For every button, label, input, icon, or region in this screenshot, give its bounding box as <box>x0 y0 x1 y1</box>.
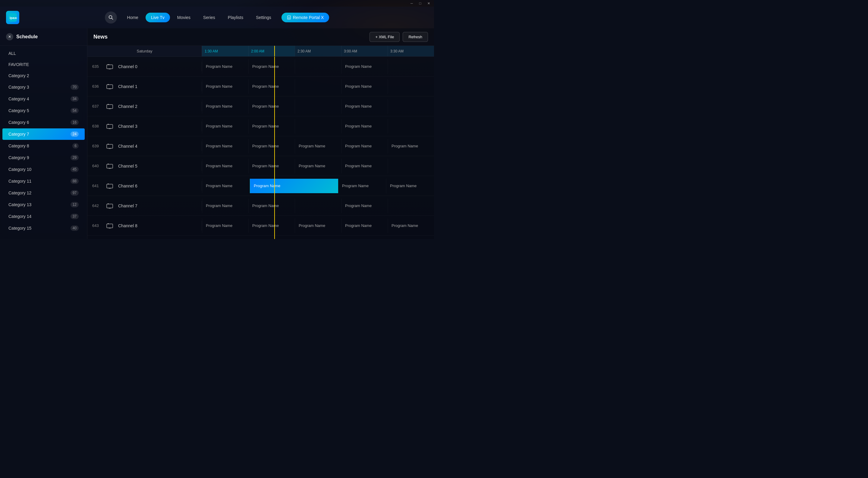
sidebar-item-category-9[interactable]: Category 9 29 <box>2 152 85 163</box>
program-639-1[interactable]: Program Name <box>248 139 295 153</box>
channel-name-636: Channel 1 <box>118 84 137 89</box>
programs-row-639: Program Name Program Name Program Name P… <box>202 136 434 156</box>
search-button[interactable] <box>105 11 117 24</box>
sidebar-item-category-6[interactable]: Category 6 16 <box>2 117 85 128</box>
refresh-button[interactable]: Refresh <box>403 32 428 42</box>
program-639-2[interactable]: Program Name <box>295 139 341 153</box>
program-637-3[interactable]: Program Name <box>341 99 388 114</box>
sidebar-item-favorite[interactable]: FAVORITE <box>2 59 85 70</box>
nav-playlists[interactable]: Playlists <box>222 13 249 22</box>
program-637-1[interactable]: Program Name <box>248 99 295 114</box>
programs-row-642: Program Name Program Name Program Name <box>202 196 434 216</box>
close-button[interactable]: ✕ <box>424 0 433 7</box>
svg-rect-41 <box>107 224 113 228</box>
program-641-0[interactable]: Program Name <box>202 179 250 193</box>
program-642-2[interactable] <box>295 199 341 213</box>
program-638-2[interactable] <box>295 119 341 133</box>
sidebar-category-15-count: 40 <box>70 225 79 231</box>
channel-number-637: 637 <box>92 104 101 108</box>
program-638-0[interactable]: Program Name <box>202 119 248 133</box>
nav-settings[interactable]: Settings <box>250 13 277 22</box>
maximize-button[interactable]: □ <box>416 0 424 7</box>
nav-series[interactable]: Series <box>198 13 221 22</box>
program-638-3[interactable]: Program Name <box>341 119 388 133</box>
program-640-1[interactable]: Program Name <box>248 159 295 173</box>
program-640-0[interactable]: Program Name <box>202 159 248 173</box>
svg-rect-36 <box>107 184 109 185</box>
channel-number-643: 643 <box>92 223 101 228</box>
channel-number-638: 638 <box>92 124 101 128</box>
program-640-4[interactable] <box>388 159 434 173</box>
program-641-1[interactable]: Program Name <box>250 179 338 193</box>
sidebar-item-category-8[interactable]: Category 8 6 <box>2 140 85 152</box>
nav-movies[interactable]: Movies <box>172 13 196 22</box>
svg-text:ipaxo: ipaxo <box>10 16 17 20</box>
tv-icon-640 <box>105 161 115 171</box>
program-639-4[interactable]: Program Name <box>388 139 434 153</box>
sidebar-category-6-count: 16 <box>70 120 79 125</box>
sidebar-item-category-4[interactable]: Category 4 34 <box>2 93 85 104</box>
sidebar-category-15-label: Category 15 <box>8 226 31 230</box>
program-643-3[interactable]: Program Name <box>341 219 388 233</box>
xml-file-button[interactable]: + XML File <box>370 32 400 42</box>
program-636-1[interactable]: Program Name <box>248 79 295 94</box>
program-636-4[interactable] <box>388 79 434 94</box>
sidebar-item-category-12[interactable]: Category 12 97 <box>2 187 85 199</box>
program-640-2[interactable]: Program Name <box>295 159 341 173</box>
program-641-3[interactable]: Program Name <box>386 179 434 193</box>
channel-name-635: Channel 0 <box>118 64 137 69</box>
tv-icon-636 <box>105 82 115 91</box>
program-636-3[interactable]: Program Name <box>341 79 388 94</box>
sidebar-item-category-11[interactable]: Category 11 88 <box>2 176 85 187</box>
sidebar-item-category-7[interactable]: Category 7 24 <box>2 128 85 140</box>
program-637-2[interactable] <box>295 99 341 114</box>
channel-number-635: 635 <box>92 64 101 69</box>
nav-home[interactable]: Home <box>122 13 144 22</box>
program-635-2[interactable] <box>295 59 341 74</box>
program-637-4[interactable] <box>388 99 434 114</box>
sidebar-item-category-14[interactable]: Category 14 37 <box>2 211 85 222</box>
program-639-0[interactable]: Program Name <box>202 139 248 153</box>
program-641-2[interactable]: Program Name <box>338 179 386 193</box>
program-635-3[interactable]: Program Name <box>341 59 388 74</box>
program-636-0[interactable]: Program Name <box>202 79 248 94</box>
svg-point-5 <box>289 17 289 17</box>
program-636-2[interactable] <box>295 79 341 94</box>
sidebar-item-category-15[interactable]: Category 15 40 <box>2 222 85 234</box>
svg-rect-32 <box>107 164 109 165</box>
program-635-1[interactable]: Program Name <box>248 59 295 74</box>
sidebar-item-category-10[interactable]: Category 10 45 <box>2 164 85 175</box>
remote-portal-button[interactable]: Remote Portal X <box>281 13 330 22</box>
program-643-1[interactable]: Program Name <box>248 219 295 233</box>
program-638-1[interactable]: Program Name <box>248 119 295 133</box>
channel-info-635: 635 Channel 0 <box>87 62 202 71</box>
sidebar-item-category-13[interactable]: Category 13 12 <box>2 199 85 211</box>
nav-live-tv[interactable]: Live Tv <box>146 13 170 22</box>
program-638-4[interactable] <box>388 119 434 133</box>
sidebar-item-category-3[interactable]: Category 3 70 <box>2 82 85 93</box>
program-643-4[interactable]: Program Name <box>388 219 434 233</box>
svg-rect-33 <box>107 184 113 188</box>
close-schedule-button[interactable]: ✕ <box>6 33 13 40</box>
program-642-0[interactable]: Program Name <box>202 199 248 213</box>
svg-rect-28 <box>107 144 109 145</box>
channel-info-636: 636 Channel 1 <box>87 82 202 91</box>
sidebar-item-category-2[interactable]: Category 2 <box>2 70 85 81</box>
program-643-2[interactable]: Program Name <box>295 219 341 233</box>
minimize-button[interactable]: ─ <box>407 0 416 7</box>
program-637-0[interactable]: Program Name <box>202 99 248 114</box>
sidebar-category-14-count: 37 <box>70 214 79 219</box>
program-639-3[interactable]: Program Name <box>341 139 388 153</box>
program-643-0[interactable]: Program Name <box>202 219 248 233</box>
sidebar-item-category-5[interactable]: Category 5 54 <box>2 105 85 116</box>
sidebar-item-all[interactable]: ALL <box>2 48 85 59</box>
channel-info-638: 638 Channel 3 <box>87 122 202 131</box>
program-635-0[interactable]: Program Name <box>202 59 248 74</box>
sidebar-category-10-count: 45 <box>70 167 79 172</box>
sidebar-category-8-label: Category 8 <box>8 144 29 148</box>
program-635-4[interactable] <box>388 59 434 74</box>
program-642-4[interactable] <box>388 199 434 213</box>
program-642-1[interactable]: Program Name <box>248 199 295 213</box>
program-640-3[interactable]: Program Name <box>341 159 388 173</box>
program-642-3[interactable]: Program Name <box>341 199 388 213</box>
